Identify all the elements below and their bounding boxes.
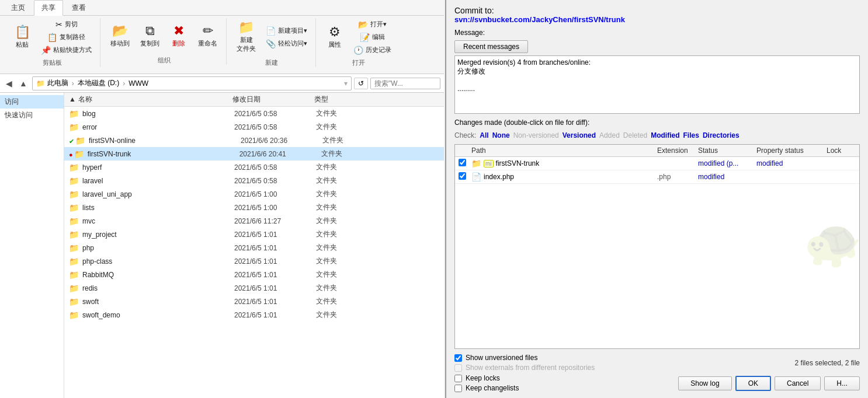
- check-none[interactable]: None: [492, 131, 510, 139]
- svn-url[interactable]: svn://svnbucket.com/JackyChen/firstSVN/t…: [454, 15, 625, 24]
- check-deleted[interactable]: Deleted: [623, 131, 647, 139]
- list-item[interactable]: 📁 error 2021/6/5 0:58 文件夹: [64, 120, 444, 134]
- list-item[interactable]: 📁 laravel_uni_app 2021/6/5 1:00 文件夹: [64, 187, 444, 201]
- cut-button[interactable]: ✂ 剪切: [37, 18, 95, 30]
- move-to-button[interactable]: 📂 移动到: [106, 22, 134, 51]
- show-unversioned-checkbox[interactable]: [454, 354, 462, 362]
- cancel-button[interactable]: Cancel: [775, 376, 821, 390]
- open-button[interactable]: 📂 打开▾: [350, 18, 395, 30]
- check-non-versioned[interactable]: Non-versioned: [513, 131, 559, 139]
- file-item-icon: 📁: [69, 243, 79, 253]
- th-path[interactable]: Path: [471, 146, 657, 155]
- sort-indicator: ▲: [69, 95, 76, 103]
- list-item[interactable]: 📁 my_project 2021/6/5 1:01 文件夹: [64, 228, 444, 241]
- properties-icon: ⚙: [329, 26, 341, 39]
- refresh-button[interactable]: ↺: [354, 78, 368, 89]
- check-directories[interactable]: Directories: [703, 131, 739, 139]
- file-item-icon: 📁: [69, 123, 79, 132]
- th-ext[interactable]: Extension: [657, 146, 698, 155]
- properties-button[interactable]: ⚙ 属性: [322, 23, 348, 52]
- th-status[interactable]: Status: [698, 146, 756, 155]
- move-icon: 📂: [112, 25, 128, 37]
- easy-access-button[interactable]: 📎 轻松访问▾: [262, 37, 311, 50]
- checkboxes-area: Show unversioned files Show externals fr…: [454, 354, 595, 372]
- path-dropdown-arrow[interactable]: ▾: [344, 79, 348, 88]
- ok-button[interactable]: OK: [735, 376, 771, 391]
- file-item-date: 2021/6/5 1:01: [234, 311, 316, 319]
- col-header-name[interactable]: ▲名称: [69, 95, 232, 104]
- row2-checkbox[interactable]: [459, 172, 466, 180]
- list-item[interactable]: ✔📁 firstSVN-online 2021/6/6 20:36 文件夹: [64, 134, 444, 147]
- quick-access-item-2[interactable]: 快速访问: [0, 109, 64, 122]
- quick-access-item[interactable]: 访问: [0, 95, 64, 109]
- check-versioned[interactable]: Versioned: [563, 131, 596, 139]
- list-item[interactable]: ●📁 firstSVN-trunk 2021/6/6 20:41 文件夹: [64, 147, 444, 160]
- bottom-lower-row: Keep locks Keep changelists Show log OK …: [454, 374, 860, 392]
- paste-button[interactable]: 📋 粘贴: [9, 23, 35, 52]
- list-item[interactable]: 📁 blog 2021/6/5 0:58 文件夹: [64, 107, 444, 120]
- new-folder-button[interactable]: 📁 新建 文件夹: [232, 18, 260, 56]
- list-item[interactable]: 📁 RabbitMQ 2021/6/5 1:01 文件夹: [64, 268, 444, 281]
- path-sep-2: ›: [123, 79, 125, 88]
- new-item-button[interactable]: 📄 新建项目▾: [262, 25, 311, 37]
- list-item[interactable]: 📁 redis 2021/6/5 1:01 文件夹: [64, 281, 444, 295]
- table-row[interactable]: 📁 mi firstSVN-trunk modified (p... modif…: [455, 157, 859, 170]
- commit-message-textarea[interactable]: [454, 55, 860, 114]
- message-label: Message:: [454, 29, 860, 37]
- tab-share[interactable]: 共享: [34, 0, 63, 16]
- keep-changelists-checkbox[interactable]: [454, 385, 462, 392]
- list-item[interactable]: 📁 mvc 2021/6/6 11:27 文件夹: [64, 214, 444, 228]
- file-item-type: 文件夹: [316, 310, 363, 320]
- rename-button[interactable]: ✏ 重命名: [194, 22, 221, 51]
- th-lock[interactable]: Lock: [827, 146, 856, 155]
- check-added[interactable]: Added: [599, 131, 620, 139]
- col-header-date[interactable]: 修改日期: [232, 95, 314, 104]
- back-button[interactable]: ◀: [4, 78, 15, 89]
- search-input[interactable]: [370, 78, 440, 89]
- check-label: Check:: [454, 131, 476, 139]
- paste-shortcut-button[interactable]: 📌 粘贴快捷方式: [37, 44, 95, 56]
- list-item[interactable]: 📁 php-class 2021/6/5 1:01 文件夹: [64, 254, 444, 268]
- file-item-name: swoft: [82, 298, 234, 306]
- help-button[interactable]: H...: [824, 376, 860, 390]
- check-all[interactable]: All: [480, 131, 488, 139]
- organize-label: 组织: [158, 54, 171, 65]
- history-icon: 🕐: [353, 46, 363, 54]
- quick-access-panel: 访问 快速访问: [0, 93, 64, 398]
- tab-home[interactable]: 主页: [4, 0, 33, 15]
- col-header-type[interactable]: 类型: [314, 95, 361, 104]
- check-files[interactable]: Files: [683, 131, 699, 139]
- keep-locks-label: Keep locks: [466, 374, 500, 382]
- changes-label: Changes made (double-click on file for d…: [454, 118, 860, 127]
- copy-to-button[interactable]: ⧉ 复制到: [136, 22, 164, 51]
- tab-view[interactable]: 查看: [64, 0, 93, 15]
- keep-locks-checkbox[interactable]: [454, 375, 462, 382]
- message-area: Message: Recent messages: [454, 29, 860, 114]
- row1-check[interactable]: [459, 159, 471, 168]
- show-log-button[interactable]: Show log: [678, 376, 731, 390]
- paste-shortcut-icon: 📌: [41, 46, 51, 54]
- file-item-name: mvc: [82, 217, 234, 225]
- list-item[interactable]: 📁 hyperf 2021/6/5 0:58 文件夹: [64, 160, 444, 174]
- row1-checkbox[interactable]: [459, 159, 466, 166]
- history-button[interactable]: 🕐 历史记录: [350, 44, 395, 56]
- check-modified[interactable]: Modified: [651, 131, 679, 139]
- delete-button[interactable]: ✖ 删除: [166, 22, 192, 51]
- file-item-icon: 📁: [69, 203, 79, 212]
- row2-ext: .php: [657, 173, 698, 181]
- list-item[interactable]: 📁 swoft_demo 2021/6/5 1:01 文件夹: [64, 308, 444, 322]
- up-button[interactable]: ▲: [17, 78, 30, 89]
- th-propstatus[interactable]: Property status: [756, 146, 827, 155]
- list-item[interactable]: 📁 lists 2021/6/5 1:00 文件夹: [64, 201, 444, 214]
- list-item[interactable]: 📁 swoft 2021/6/5 1:01 文件夹: [64, 295, 444, 308]
- copy-path-button[interactable]: 📋 复制路径: [37, 31, 95, 43]
- new-buttons: 📁 新建 文件夹 📄 新建项目▾ 📎 轻松访问▾: [232, 18, 311, 56]
- clipboard-label: 剪贴板: [43, 56, 62, 67]
- list-item[interactable]: 📁 php 2021/6/5 1:01 文件夹: [64, 241, 444, 254]
- list-item[interactable]: 📁 laravel 2021/6/5 0:58 文件夹: [64, 174, 444, 187]
- address-path[interactable]: 📁 此电脑 › 本地磁盘 (D:) › WWW ▾: [32, 76, 352, 90]
- edit-button[interactable]: 📝 编辑: [350, 31, 395, 43]
- recent-messages-button[interactable]: Recent messages: [454, 40, 528, 53]
- row2-check[interactable]: [459, 172, 471, 181]
- table-row[interactable]: 📄 index.php .php modified: [455, 170, 859, 184]
